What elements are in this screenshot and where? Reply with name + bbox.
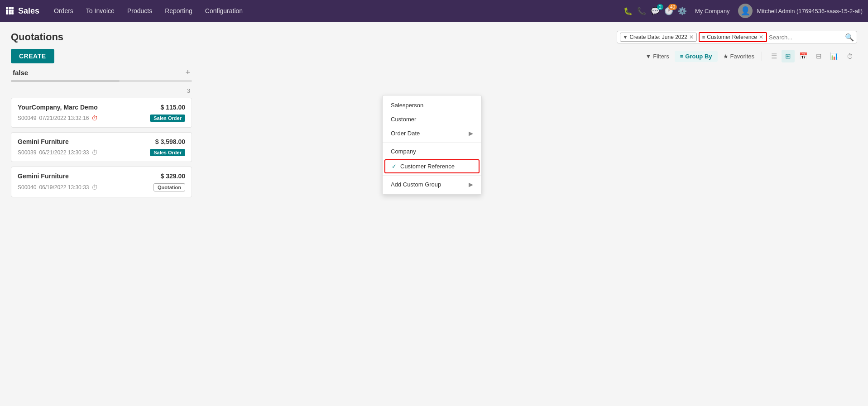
filters-button[interactable]: ▼ Filters: [640, 51, 674, 62]
view-icons: ☰ ⊞ 📅 ⊟ 📊 ⏱: [767, 50, 857, 62]
grid-view-button[interactable]: ⊟: [812, 50, 825, 62]
card-order-info-3: S00040 06/19/2022 13:30:33 ⏱: [18, 184, 98, 191]
add-custom-group-arrow-icon: ▶: [469, 181, 473, 188]
group-title: false: [13, 69, 28, 76]
nav-to-invoice[interactable]: To Invoice: [81, 5, 120, 16]
menu-item-company[interactable]: Company: [383, 144, 481, 158]
company-menu-label: Company: [391, 148, 416, 155]
user-avatar[interactable]: 👤: [738, 4, 753, 18]
menu-item-customer-reference[interactable]: ✓ Customer Reference: [384, 159, 480, 173]
calendar-view-button[interactable]: 📅: [796, 50, 811, 62]
top-nav: Sales Orders To Invoice Products Reporti…: [0, 0, 868, 22]
search-icon[interactable]: 🔍: [845, 33, 854, 42]
card-clock-icon-1: ⏱: [91, 115, 98, 122]
activity-view-button[interactable]: ⏱: [843, 50, 857, 62]
bug-icon[interactable]: 🐛: [623, 7, 633, 15]
card-date-2: 06/21/2022 13:30:33: [39, 149, 89, 156]
group-add-button[interactable]: +: [185, 68, 190, 77]
favorites-label: Favorites: [730, 53, 754, 60]
card-footer-2: S00039 06/21/2022 13:30:33 ⏱ Sales Order: [18, 149, 185, 156]
create-button[interactable]: CREATE: [11, 49, 54, 63]
card-status-badge-1: Sales Order: [150, 115, 185, 122]
list-view-button[interactable]: ☰: [767, 50, 781, 62]
svg-rect-8: [11, 12, 14, 14]
filter-tag-customer-ref-label: Customer Reference: [707, 34, 757, 40]
user-name: Mitchell Admin (17694536-saas-15-2-all): [757, 8, 863, 14]
favorites-star-icon: ★: [723, 53, 729, 60]
kanban-view-button[interactable]: ⊞: [782, 50, 795, 62]
customer-label: Customer: [391, 116, 416, 123]
settings-icon[interactable]: ⚙️: [678, 7, 687, 15]
menu-item-customer[interactable]: Customer: [383, 112, 481, 126]
activity-badge: 40: [668, 4, 677, 10]
card-date-1: 07/21/2022 13:32:16: [39, 115, 89, 121]
card-clock-icon-2: ⏱: [91, 149, 98, 156]
nav-configuration[interactable]: Configuration: [200, 5, 248, 16]
nav-products[interactable]: Products: [122, 5, 158, 16]
menu-item-salesperson[interactable]: Salesperson: [383, 98, 481, 112]
filters-label: Filters: [653, 53, 669, 60]
card-order-id-1: S00049: [18, 115, 36, 121]
page-container: Quotations ▼ Create Date: June 2022 ✕ ≡ …: [0, 22, 868, 211]
svg-rect-1: [9, 7, 11, 9]
group-count: 3: [11, 87, 192, 94]
svg-rect-0: [6, 7, 8, 9]
group-by-label: Group By: [685, 53, 712, 60]
dropdown-divider-2: [383, 175, 481, 176]
card-order-info-2: S00039 06/21/2022 13:30:33 ⏱: [18, 149, 98, 156]
chart-view-button[interactable]: 📊: [826, 50, 842, 62]
menu-item-add-custom-group[interactable]: Add Custom Group ▶: [383, 177, 481, 191]
card-footer-3: S00040 06/19/2022 13:30:33 ⏱ Quotation: [18, 183, 185, 191]
activity-icon[interactable]: 🕐 40: [664, 7, 673, 15]
filter-tag-date-remove[interactable]: ✕: [689, 34, 694, 40]
filter-tag-customer-ref-remove[interactable]: ✕: [759, 34, 763, 40]
progress-bar-container: [11, 80, 192, 82]
card-status-badge-2: Sales Order: [150, 149, 185, 156]
favorites-button[interactable]: ★ Favorites: [718, 51, 760, 62]
svg-rect-3: [6, 10, 8, 12]
card-company-3: Gemini Furniture: [18, 172, 69, 180]
filter-icon: ▼: [623, 34, 628, 40]
group-by-filter-icon: ≡: [702, 34, 705, 40]
kanban-card-1[interactable]: YourCompany, Marc Demo $ 115.00 S00049 0…: [11, 98, 192, 128]
card-header-2: Gemini Furniture $ 3,598.00: [18, 138, 185, 145]
menu-item-order-date[interactable]: Order Date ▶: [383, 126, 481, 140]
card-footer-1: S00049 07/21/2022 13:32:16 ⏱ Sales Order: [18, 115, 185, 122]
svg-rect-6: [6, 12, 8, 14]
company-name: My Company: [695, 8, 730, 14]
kanban-card-3[interactable]: Gemini Furniture $ 329.00 S00040 06/19/2…: [11, 167, 192, 197]
customer-reference-label: Customer Reference: [400, 163, 455, 170]
search-input[interactable]: [769, 34, 845, 41]
filter-tag-date[interactable]: ▼ Create Date: June 2022 ✕: [620, 33, 697, 42]
card-company-2: Gemini Furniture: [18, 138, 69, 145]
svg-rect-7: [9, 12, 11, 14]
page-title: Quotations: [11, 31, 63, 43]
app-name: Sales: [18, 6, 39, 16]
card-header-1: YourCompany, Marc Demo $ 115.00: [18, 104, 185, 111]
group-header: false +: [11, 68, 192, 77]
card-order-id-3: S00040: [18, 184, 36, 191]
nav-icons-group: 🐛 📞 💬 2 🕐 40 ⚙️ My Company 👤 Mitchell Ad…: [623, 4, 863, 18]
grid-icon[interactable]: [5, 6, 14, 16]
card-order-id-2: S00039: [18, 149, 36, 156]
group-by-dropdown: Salesperson Customer Order Date ▶ Compan…: [382, 95, 482, 195]
content-area: false + 3 YourCompany, Marc Demo $ 115.0…: [11, 68, 857, 202]
card-order-info-1: S00049 07/21/2022 13:32:16 ⏱: [18, 115, 98, 122]
card-date-3: 06/19/2022 13:30:33: [39, 184, 89, 191]
group-by-button[interactable]: ≡ Group By: [675, 51, 718, 62]
chat-icon[interactable]: 💬 2: [651, 7, 660, 15]
search-bar: ▼ Create Date: June 2022 ✕ ≡ Customer Re…: [617, 31, 857, 43]
card-clock-icon-3: ⏱: [91, 184, 98, 191]
kanban-card-2[interactable]: Gemini Furniture $ 3,598.00 S00039 06/21…: [11, 132, 192, 162]
card-amount-3: $ 329.00: [161, 172, 186, 180]
group-by-icon: ≡: [680, 53, 684, 60]
nav-reporting[interactable]: Reporting: [159, 5, 198, 16]
phone-icon[interactable]: 📞: [637, 7, 646, 15]
nav-orders[interactable]: Orders: [48, 5, 79, 16]
page-header: Quotations ▼ Create Date: June 2022 ✕ ≡ …: [11, 31, 857, 43]
card-company-1: YourCompany, Marc Demo: [18, 104, 98, 111]
svg-rect-4: [9, 10, 11, 12]
filter-tag-customer-ref[interactable]: ≡ Customer Reference ✕: [699, 32, 767, 42]
header-right: ▼ Create Date: June 2022 ✕ ≡ Customer Re…: [617, 31, 857, 43]
card-amount-2: $ 3,598.00: [155, 138, 185, 145]
